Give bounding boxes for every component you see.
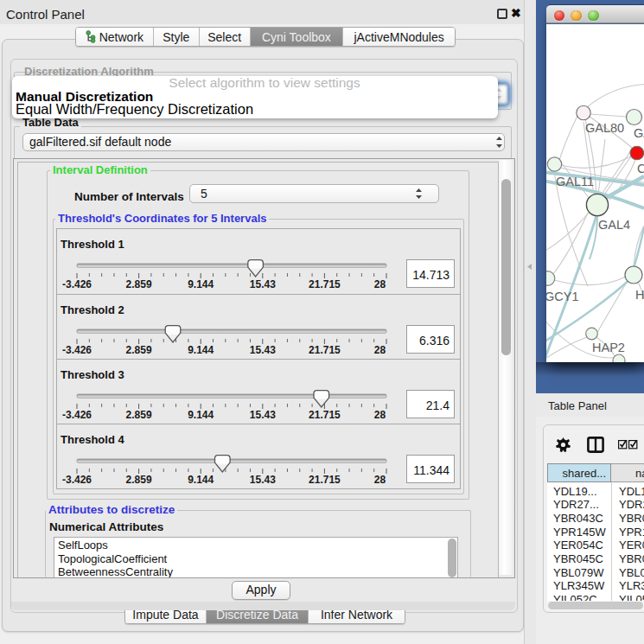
svg-text:HAP2: HAP2 — [592, 341, 625, 354]
svg-text:2.859: 2.859 — [126, 474, 152, 486]
svg-text:2.859: 2.859 — [126, 409, 152, 421]
svg-text:28: 28 — [374, 344, 386, 356]
svg-text:21.715: 21.715 — [309, 409, 341, 421]
svg-text:-3.426: -3.426 — [62, 474, 92, 486]
svg-text:GAL80: GAL80 — [585, 121, 624, 135]
svg-text:2.859: 2.859 — [126, 344, 152, 356]
svg-text:-3.426: -3.426 — [62, 278, 92, 290]
svg-text:21.715: 21.715 — [309, 344, 341, 356]
svg-text:28: 28 — [374, 474, 386, 486]
svg-text:9.144: 9.144 — [188, 474, 214, 486]
svg-text:15.43: 15.43 — [250, 344, 276, 356]
svg-text:15.43: 15.43 — [250, 474, 276, 486]
svg-text:H: H — [635, 288, 644, 302]
svg-text:28: 28 — [374, 409, 386, 421]
svg-text:28: 28 — [374, 278, 386, 290]
svg-text:-3.426: -3.426 — [62, 409, 92, 421]
svg-text:2.859: 2.859 — [126, 278, 152, 290]
svg-text:9.144: 9.144 — [188, 278, 214, 290]
svg-text:9.144: 9.144 — [188, 344, 214, 356]
svg-text:-3.426: -3.426 — [62, 344, 92, 356]
svg-text:21.715: 21.715 — [309, 474, 341, 486]
svg-text:GA: GA — [634, 126, 644, 140]
svg-text:15.43: 15.43 — [250, 278, 276, 290]
svg-text:C: C — [637, 162, 644, 175]
svg-text:9.144: 9.144 — [188, 409, 214, 421]
svg-text:GAL4: GAL4 — [598, 218, 630, 232]
svg-text:GAL11: GAL11 — [556, 175, 594, 188]
svg-text:GCY1: GCY1 — [546, 290, 579, 303]
svg-text:15.43: 15.43 — [250, 409, 276, 421]
svg-text:21.715: 21.715 — [309, 278, 341, 290]
